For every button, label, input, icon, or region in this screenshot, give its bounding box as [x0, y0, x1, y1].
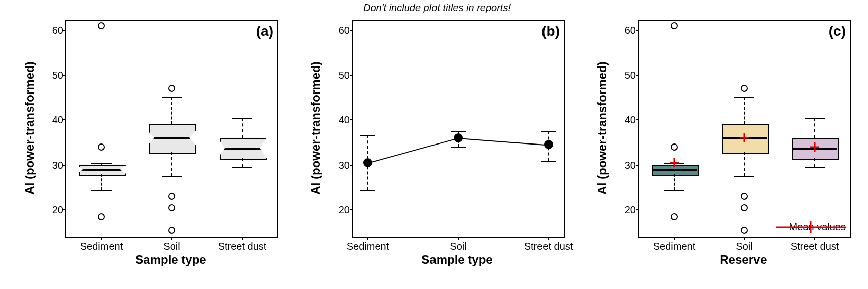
plot-area-b: (b) 20 30 40 50 60 Sediment Soil Street … [352, 20, 565, 238]
panel-b: Al (power-transformed) (b) 20 30 40 50 6… [306, 15, 568, 266]
plot-area-c: (c) 20 30 40 50 60 Sediment Soil Street … [638, 20, 851, 238]
xtick: Soil [736, 241, 752, 252]
ytick: 20 [625, 204, 636, 216]
xtick: Street dust [218, 241, 267, 252]
ytick: 20 [52, 204, 63, 216]
median-sediment [652, 169, 697, 171]
outlier [671, 22, 678, 29]
outlier [741, 227, 748, 234]
ytick: 40 [339, 114, 350, 126]
y-axis-label: Al (power-transformed) [595, 20, 610, 236]
legend: Mean values [776, 221, 846, 233]
outlier [741, 85, 748, 92]
ytick: 30 [339, 159, 350, 171]
ytick: 30 [52, 159, 63, 171]
xtick: Soil [163, 241, 180, 252]
median-sediment [79, 169, 124, 171]
ytick: 40 [625, 114, 636, 126]
outlier [98, 143, 105, 151]
x-axis-label: Reserve [638, 253, 849, 267]
x-axis-label: Sample type [352, 253, 563, 267]
point-streetdust [544, 140, 553, 149]
panel-letter: (c) [829, 23, 846, 39]
outlier [168, 227, 175, 234]
box-soil [149, 124, 196, 154]
outlier [168, 85, 175, 92]
outlier [168, 193, 175, 200]
mean-marker [810, 142, 819, 152]
y-axis-label: Al (power-transformed) [23, 20, 38, 236]
ytick: 60 [625, 24, 636, 36]
panel-letter: (a) [256, 23, 273, 39]
xtick: Street dust [791, 241, 839, 252]
ytick: 20 [339, 204, 350, 216]
ytick: 60 [52, 24, 63, 36]
panel-c: Al (power-transformed) (c) 20 30 40 50 6… [593, 15, 854, 266]
outlier [741, 204, 748, 211]
figure: Don't include plot titles in reports! Al… [0, 0, 868, 289]
figure-note: Don't include plot titles in reports! [306, 2, 568, 14]
outlier [98, 22, 105, 29]
xtick: Sediment [653, 241, 696, 252]
point-sediment [363, 158, 372, 167]
ytick: 50 [625, 69, 636, 81]
plus-icon [776, 223, 785, 232]
x-axis-label: Sample type [65, 253, 276, 267]
outlier [98, 213, 105, 220]
ytick: 40 [52, 114, 63, 126]
line-segment [368, 138, 459, 164]
xtick: Sediment [80, 241, 123, 252]
outlier [671, 213, 678, 220]
plot-area-a: (a) 20 30 40 50 60 Sediment Soil Street … [65, 20, 278, 238]
median-streetdust [220, 148, 265, 150]
panel-letter: (b) [541, 23, 560, 39]
ytick: 30 [625, 159, 636, 171]
ytick: 60 [339, 24, 350, 36]
xtick: Sediment [347, 241, 389, 252]
xtick: Street dust [524, 241, 573, 252]
y-axis-label: Al (power-transformed) [309, 20, 324, 236]
panel-a: Al (power-transformed) (a) 20 30 40 50 6… [20, 15, 281, 266]
outlier [168, 204, 175, 211]
ytick: 50 [52, 69, 63, 81]
mean-marker [740, 133, 749, 142]
median-soil [149, 137, 194, 139]
point-soil [454, 133, 463, 142]
line-segment [458, 138, 549, 146]
outlier [741, 193, 748, 200]
mean-marker [670, 158, 679, 167]
outlier [671, 143, 678, 151]
ytick: 50 [339, 69, 350, 81]
xtick: Soil [450, 241, 466, 252]
